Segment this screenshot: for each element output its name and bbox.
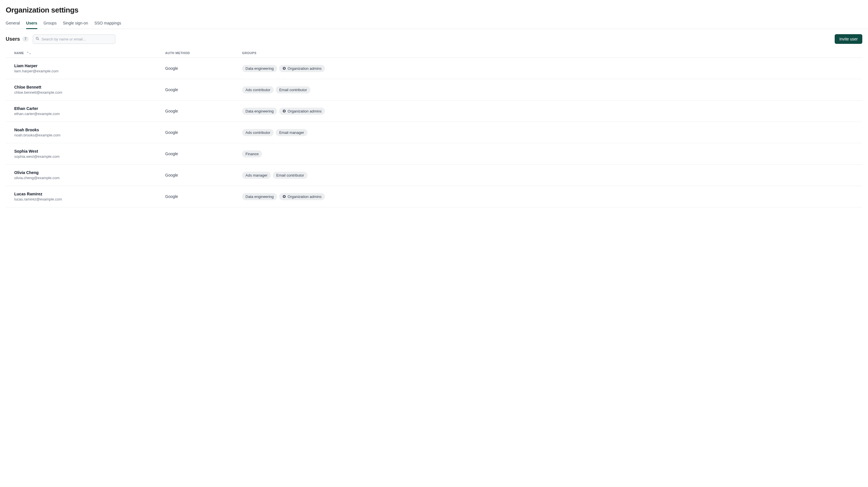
- group-pill[interactable]: Email contributor: [273, 172, 308, 179]
- group-pill-label: Organization admins: [288, 194, 321, 199]
- user-count-badge: 7: [22, 36, 29, 41]
- auth-method: Google: [165, 109, 242, 113]
- user-name: Noah Brooks: [14, 128, 60, 132]
- group-pill[interactable]: Organization admins: [279, 193, 325, 200]
- auth-method: Google: [165, 66, 242, 71]
- invite-user-button[interactable]: Invite user: [835, 34, 862, 44]
- shield-icon: [282, 67, 286, 70]
- table-row[interactable]: Noah Brooksnoah.brooks@example.comGoogle…: [6, 122, 862, 143]
- group-pill[interactable]: Data engineering: [242, 193, 277, 200]
- tabs: GeneralUsersGroupsSingle sign-onSSO mapp…: [6, 21, 868, 29]
- group-pill-label: Organization admins: [288, 109, 321, 113]
- group-pill-label: Email contributor: [276, 173, 304, 177]
- user-email: liam.harper@example.com: [14, 69, 59, 73]
- group-pill-label: Ads contributor: [246, 130, 270, 135]
- groups-cell: Data engineeringOrganization admins: [242, 108, 862, 115]
- search-input[interactable]: [33, 34, 115, 44]
- auth-method: Google: [165, 130, 242, 135]
- column-header-auth[interactable]: AUTH METHOD: [165, 51, 242, 55]
- column-header-name-label: NAME: [14, 51, 24, 55]
- column-header-auth-label: AUTH METHOD: [165, 51, 190, 55]
- table-row[interactable]: Sophia Westsophia.west@example.comGoogle…: [6, 143, 862, 164]
- user-cell: Lucas Ramirezlucas.ramirez@example.com: [14, 192, 165, 201]
- auth-method: Google: [165, 87, 242, 92]
- groups-cell: Data engineeringOrganization admins: [242, 65, 862, 72]
- user-cell: Chloe Bennettchloe.bennett@example.com: [14, 85, 165, 95]
- column-header-groups[interactable]: GROUPS: [242, 51, 862, 55]
- auth-method: Google: [165, 152, 242, 156]
- group-pill-label: Data engineering: [246, 194, 274, 199]
- table-row[interactable]: Chloe Bennettchloe.bennett@example.comGo…: [6, 79, 862, 100]
- page-title: Organization settings: [6, 6, 862, 14]
- tab-general[interactable]: General: [6, 21, 20, 29]
- tab-groups[interactable]: Groups: [43, 21, 57, 29]
- shield-icon: [282, 195, 286, 198]
- section-title: Users: [6, 36, 20, 42]
- tab-sso-mappings[interactable]: SSO mappings: [94, 21, 121, 29]
- user-cell: Sophia Westsophia.west@example.com: [14, 149, 165, 159]
- table-row[interactable]: Liam Harperliam.harper@example.comGoogle…: [6, 58, 862, 79]
- group-pill[interactable]: Email contributor: [276, 86, 310, 93]
- auth-method: Google: [165, 173, 242, 177]
- group-pill[interactable]: Data engineering: [242, 65, 277, 72]
- groups-cell: Data engineeringOrganization admins: [242, 193, 862, 200]
- groups-cell: Finance: [242, 150, 862, 157]
- group-pill[interactable]: Organization admins: [279, 108, 325, 115]
- search-wrap: [33, 34, 115, 44]
- group-pill-label: Email manager: [279, 130, 304, 135]
- users-table: NAME AUTH METHOD GROUPS Liam Harperliam.…: [6, 49, 862, 207]
- user-email: sophia.west@example.com: [14, 154, 60, 159]
- group-pill-label: Data engineering: [246, 66, 274, 71]
- table-header: NAME AUTH METHOD GROUPS: [6, 49, 862, 58]
- group-pill[interactable]: Email manager: [276, 129, 307, 136]
- user-cell: Liam Harperliam.harper@example.com: [14, 63, 165, 73]
- user-name: Ethan Carter: [14, 106, 60, 111]
- group-pill[interactable]: Data engineering: [242, 108, 277, 115]
- user-name: Lucas Ramirez: [14, 192, 62, 196]
- user-cell: Ethan Carterethan.carter@example.com: [14, 106, 165, 116]
- toolbar-left: Users 7: [6, 34, 115, 44]
- groups-cell: Ads contributorEmail manager: [242, 129, 862, 136]
- column-header-name[interactable]: NAME: [14, 51, 165, 55]
- group-pill-label: Ads manager: [246, 173, 268, 177]
- table-row[interactable]: Ethan Carterethan.carter@example.comGoog…: [6, 100, 862, 122]
- group-pill-label: Organization admins: [288, 66, 321, 71]
- tab-users[interactable]: Users: [26, 21, 37, 29]
- table-row[interactable]: Olivia Chengolivia.cheng@example.comGoog…: [6, 164, 862, 186]
- group-pill[interactable]: Ads manager: [242, 172, 271, 179]
- user-cell: Noah Brooksnoah.brooks@example.com: [14, 128, 165, 137]
- tab-single-sign-on[interactable]: Single sign-on: [63, 21, 88, 29]
- column-header-groups-label: GROUPS: [242, 51, 256, 55]
- user-name: Olivia Cheng: [14, 170, 60, 175]
- group-pill[interactable]: Finance: [242, 150, 262, 157]
- group-pill[interactable]: Ads contributor: [242, 129, 274, 136]
- group-pill-label: Ads contributor: [246, 88, 270, 92]
- group-pill[interactable]: Organization admins: [279, 65, 325, 72]
- table-row[interactable]: Lucas Ramirezlucas.ramirez@example.comGo…: [6, 186, 862, 207]
- user-name: Sophia West: [14, 149, 60, 153]
- group-pill[interactable]: Ads contributor: [242, 86, 274, 93]
- user-cell: Olivia Chengolivia.cheng@example.com: [14, 170, 165, 180]
- group-pill-label: Finance: [246, 152, 258, 156]
- user-email: lucas.ramirez@example.com: [14, 197, 62, 201]
- auth-method: Google: [165, 194, 242, 199]
- user-name: Liam Harper: [14, 63, 59, 68]
- toolbar: Users 7 Invite user: [6, 34, 862, 44]
- user-email: noah.brooks@example.com: [14, 133, 60, 137]
- user-email: ethan.carter@example.com: [14, 112, 60, 116]
- groups-cell: Ads managerEmail contributor: [242, 172, 862, 179]
- group-pill-label: Data engineering: [246, 109, 274, 113]
- user-name: Chloe Bennett: [14, 85, 62, 89]
- shield-icon: [282, 109, 286, 113]
- user-email: olivia.cheng@example.com: [14, 176, 60, 180]
- user-email: chloe.bennett@example.com: [14, 90, 62, 95]
- sort-icon: [27, 52, 31, 54]
- group-pill-label: Email contributor: [279, 88, 307, 92]
- groups-cell: Ads contributorEmail contributor: [242, 86, 862, 93]
